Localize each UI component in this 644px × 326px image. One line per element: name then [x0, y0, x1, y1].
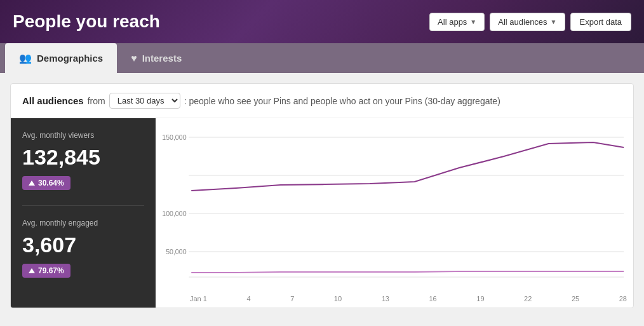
all-apps-button[interactable]: All apps ▼ — [429, 13, 485, 31]
main-content: All audiences from Last 30 days Last 7 d… — [0, 73, 644, 318]
stat-label-viewers: Avg. monthly viewers — [22, 131, 144, 140]
x-axis-labels: Jan 1 4 7 10 13 16 19 22 25 28 — [162, 292, 627, 308]
x-label: 16 — [429, 295, 436, 302]
main-area: Avg. monthly viewers 132,845 30.64% Avg.… — [11, 118, 633, 308]
x-label: 10 — [334, 295, 342, 302]
export-data-button[interactable]: Export data — [570, 13, 632, 31]
x-label: 7 — [290, 295, 294, 302]
audience-header: All audiences from Last 30 days Last 7 d… — [11, 84, 633, 118]
header-controls: All apps ▼ All audiences ▼ Export data — [429, 13, 631, 31]
x-label: 22 — [524, 295, 532, 302]
page-header: People you reach All apps ▼ All audience… — [0, 0, 644, 43]
page-title: People you reach — [13, 11, 160, 32]
demographics-icon: 👥 — [19, 52, 32, 64]
x-label: 19 — [476, 295, 484, 302]
x-label: 4 — [246, 295, 250, 302]
stat-badge-engaged: 79.67% — [22, 264, 70, 278]
stats-panel: Avg. monthly viewers 132,845 30.64% Avg.… — [11, 118, 156, 308]
stat-value-viewers: 132,845 — [22, 145, 144, 170]
stat-badge-viewers: 30.64% — [22, 176, 70, 190]
interests-icon: ♥ — [131, 53, 137, 64]
all-audiences-button[interactable]: All audiences ▼ — [490, 13, 565, 31]
chevron-down-icon: ▼ — [470, 18, 476, 25]
svg-text:100,000: 100,000 — [162, 210, 186, 217]
x-label: Jan 1 — [190, 295, 207, 302]
up-arrow-icon-2 — [29, 268, 35, 273]
x-label: 28 — [619, 295, 627, 302]
line-chart: 150,000 100,000 50,000 — [162, 125, 627, 290]
x-label: 25 — [572, 295, 579, 302]
tabs-bar: 👥 Demographics ♥ Interests — [0, 43, 644, 73]
stat-label-engaged: Avg. monthly engaged — [22, 219, 144, 228]
svg-text:50,000: 50,000 — [166, 248, 186, 255]
period-select[interactable]: Last 30 days Last 7 days Last 90 days — [109, 93, 180, 109]
svg-text:150,000: 150,000 — [162, 133, 186, 141]
up-arrow-icon — [29, 180, 35, 186]
main-card: All audiences from Last 30 days Last 7 d… — [10, 83, 634, 308]
x-label: 13 — [382, 295, 389, 302]
tab-demographics[interactable]: 👥 Demographics — [5, 43, 117, 73]
stat-block-viewers: Avg. monthly viewers 132,845 30.64% — [22, 131, 144, 205]
tab-interests[interactable]: ♥ Interests — [117, 43, 196, 73]
chart-area: 150,000 100,000 50,000 — [156, 118, 633, 308]
stat-value-engaged: 3,607 — [22, 233, 144, 257]
chevron-down-icon: ▼ — [551, 18, 557, 25]
audience-bold: All audiences — [22, 95, 84, 106]
stat-block-engaged: Avg. monthly engaged 3,607 79.67% — [22, 205, 144, 293]
